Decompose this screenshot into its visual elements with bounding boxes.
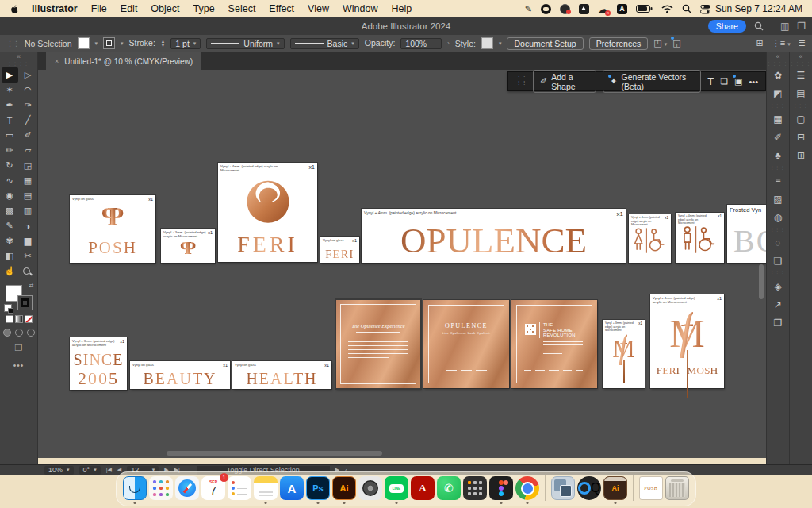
dock-line[interactable]: LINE <box>385 476 408 500</box>
tool-scale[interactable]: ◲ <box>20 158 36 173</box>
menu-item-edit[interactable]: Edit <box>121 3 138 14</box>
document-setup-button[interactable]: Document Setup <box>507 37 583 50</box>
artboard-ferimosh-main[interactable]: Vynyl + 4mm. (painted edge) acrylic on M… <box>650 294 724 388</box>
stroke-label[interactable]: Stroke: <box>129 39 155 48</box>
dock-finder[interactable] <box>123 476 147 500</box>
artboard-posh-small[interactable]: Vynyl + 3mm. (painted edge) acrylic on M… <box>161 229 215 263</box>
tool-selection[interactable]: ▶ <box>2 67 18 83</box>
dock-posh-document[interactable]: POSH <box>639 476 663 500</box>
screen-mode-icon[interactable]: ❐ <box>0 343 37 353</box>
artboard-tool-icon[interactable]: ❏ <box>720 76 728 87</box>
dock-whatsapp[interactable]: ✆ <box>437 476 461 500</box>
dock-photoshop[interactable]: Ps <box>306 476 330 500</box>
tool-eyedropper[interactable]: ✎ <box>2 218 18 233</box>
dock-trash[interactable] <box>665 476 689 500</box>
appearance-panel-icon[interactable]: ◌ <box>767 233 789 252</box>
menu-item-window[interactable]: Window <box>343 3 377 14</box>
dock-safari[interactable] <box>175 476 199 500</box>
dock-launchpad[interactable] <box>149 476 173 500</box>
dock-quicktime[interactable]: Q <box>577 476 601 500</box>
artboards-panel-icon[interactable]: ❐ <box>767 314 789 332</box>
dock-acrobat[interactable]: A <box>411 476 435 500</box>
panel-grip[interactable]: ⋮⋮⋮⋮ <box>767 61 789 66</box>
dock-illustrator[interactable]: Ai <box>332 476 356 500</box>
edit-toolbar-icon[interactable]: ••• <box>0 361 37 370</box>
artboard-health[interactable]: Vynyl on glass x1 HEALTH <box>232 361 331 389</box>
color-panel-icon[interactable]: ✿ <box>767 66 789 84</box>
tool-free-transform[interactable]: ▦ <box>20 173 36 188</box>
brush-select[interactable]: Basic▾ <box>290 38 359 49</box>
stroke-panel-icon[interactable]: ≡ <box>767 171 789 190</box>
tool-mesh[interactable]: ▩ <box>2 203 18 218</box>
tool-shape-builder[interactable]: ◉ <box>2 188 18 203</box>
artboard-since-2005[interactable]: Vynyl + 3mm. (painted edge) acrylic on M… <box>70 337 127 390</box>
dock-figma[interactable] <box>489 476 513 500</box>
panel-group-grip[interactable]: ⋮⋮⋮ <box>767 164 789 171</box>
more-options-icon[interactable]: ••• <box>749 77 758 87</box>
panel-grip[interactable]: ⋮⋮⋮⋮ <box>790 61 812 66</box>
workspace-switcher-icon[interactable]: ❐ <box>797 21 806 32</box>
menu-item-object[interactable]: Object <box>151 3 179 14</box>
fill-stroke-control[interactable]: ⇄ <box>6 285 33 310</box>
tool-width[interactable]: ∿ <box>2 173 18 188</box>
search-icon[interactable] <box>754 21 764 31</box>
tool-magic-wand[interactable]: ✶ <box>2 83 18 98</box>
collapse-tools-icon[interactable]: « <box>0 52 37 61</box>
artboard-posh-main[interactable]: Vynyl on glass x1 PP POSH <box>70 195 155 263</box>
stroke-color-swatch[interactable] <box>103 37 115 49</box>
apple-logo-icon[interactable] <box>10 3 21 14</box>
arrange-icon[interactable]: ⊞ <box>756 38 764 48</box>
dock-settings[interactable] <box>358 476 382 500</box>
menu-item-effect[interactable]: Effect <box>269 3 294 14</box>
menu-clock[interactable]: Sun Sep 7 12:24 AM <box>715 3 802 14</box>
spotlight-search-icon[interactable] <box>682 4 691 13</box>
width-profile-select[interactable]: Uniform▾ <box>206 38 284 49</box>
artboard-ferimosh-small[interactable]: Vynyl + 3mm. (painted edge) acrylic on M… <box>603 320 645 388</box>
first-artboard-icon[interactable]: |◀ <box>106 467 112 473</box>
style-dropdown-caret[interactable]: ▾ <box>499 40 502 47</box>
horizontal-scrollbar[interactable] <box>167 451 382 456</box>
dock-calendar[interactable]: 1 <box>201 476 225 500</box>
isolate-selection-icon[interactable]: ◳ ▾ <box>653 38 667 48</box>
tool-paintbrush[interactable]: ✐ <box>20 128 36 143</box>
panel-group-grip[interactable]: ⋮⋮⋮ <box>767 270 789 277</box>
tool-column-graph[interactable]: ▆ <box>20 233 36 248</box>
stroke-weight-stepper[interactable]: ▲▼ <box>161 40 165 47</box>
document-tab[interactable]: × Untitled-1* @ 10 % (CMYK/Preview) <box>46 52 201 70</box>
drag-grip-icon[interactable]: ⋮⋮ <box>6 40 19 48</box>
menu-item-illustrator[interactable]: Illustrator <box>32 3 78 14</box>
artboard-restroom-female[interactable]: Vynyl + 4mm. (painted edge) acrylic on M… <box>629 214 671 263</box>
gradient-panel-icon[interactable]: ◩ <box>767 84 789 102</box>
tool-line-segment[interactable]: ╱ <box>20 113 36 128</box>
tool-gradient[interactable]: ▥ <box>20 203 36 218</box>
layers-panel-icon[interactable]: ◈ <box>767 277 789 295</box>
list-view-icon[interactable]: ≣ <box>799 38 806 48</box>
canvas[interactable]: ⋮⋮⋮⋮ ✐Add a Shape ✦Generate Vectors (Bet… <box>38 70 766 458</box>
dock-illustrator-window[interactable]: Ai <box>603 476 627 500</box>
draw-behind-icon[interactable] <box>15 329 23 337</box>
menu-item-view[interactable]: View <box>308 3 329 14</box>
tool-blend[interactable]: ◑ <box>20 218 36 233</box>
battery-icon[interactable] <box>636 5 653 13</box>
artboard-beauty[interactable]: Vynyl on glass x1 BEAUTY <box>130 361 230 389</box>
artboard-card-safehome[interactable]: THE SAFE HOME REVOLUTION <box>511 300 597 388</box>
artboard-card-experience[interactable]: The Opulence Experience <box>335 299 421 389</box>
fill-dropdown-caret[interactable]: ▾ <box>95 40 98 47</box>
collapse-panels-icon[interactable]: « <box>767 52 789 61</box>
image-trace-icon[interactable]: ▣ <box>734 76 742 87</box>
preferences-button[interactable]: Preferences <box>589 37 649 50</box>
dock-chrome[interactable] <box>515 476 539 500</box>
add-shape-button[interactable]: ✐Add a Shape <box>533 70 596 93</box>
artboard-restroom-male[interactable]: Vynyl + 4mm. (painted edge) acrylic on M… <box>676 213 724 263</box>
menu-item-select[interactable]: Select <box>228 3 256 14</box>
wifi-icon[interactable] <box>661 5 673 13</box>
artboard-feri-small[interactable]: Vynyl on glass x1 FERI <box>320 237 359 263</box>
menu-item-help[interactable]: Help <box>391 3 412 14</box>
panel-options-icon[interactable]: ⋮≡ ▾ <box>772 38 791 48</box>
dock-window-preview[interactable] <box>551 476 575 500</box>
artboard-frosted[interactable]: Frosted Vyn BO <box>727 205 766 263</box>
retype-icon[interactable]: ◲ <box>672 38 680 48</box>
swap-fill-stroke-icon[interactable]: ⇄ <box>29 283 34 289</box>
menu-item-type[interactable]: Type <box>193 3 215 14</box>
line-app-icon[interactable] <box>541 4 551 14</box>
